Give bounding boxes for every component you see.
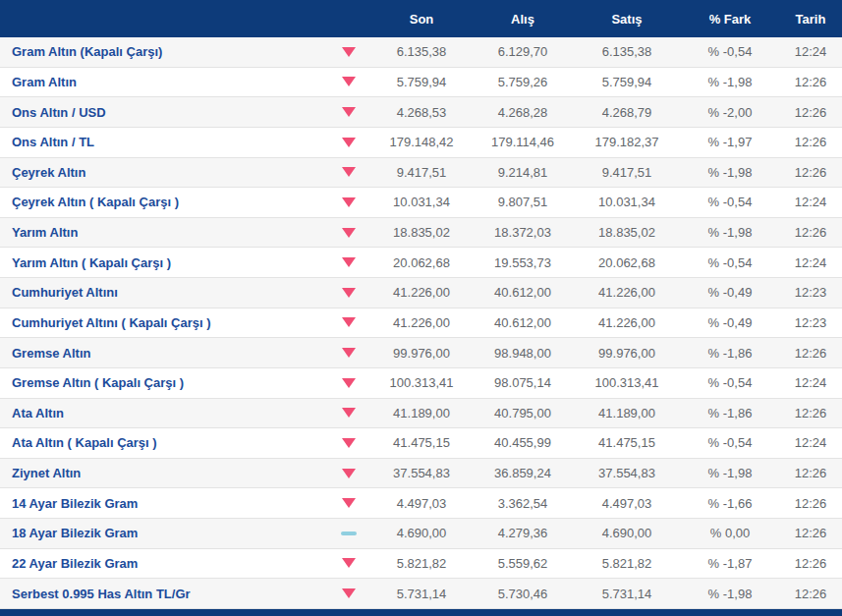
satis-value: 5.821,82: [573, 556, 681, 571]
satis-value: 4.268,79: [573, 105, 681, 120]
instrument-name-link[interactable]: Yarım Altın ( Kapalı Çarşı ): [0, 255, 327, 270]
fark-value: % -2,00: [681, 105, 779, 120]
tarih-value: 12:26: [779, 346, 842, 361]
direction-cell: [327, 438, 370, 448]
son-value: 100.313,41: [370, 375, 473, 390]
fark-value: % -1,66: [681, 496, 779, 511]
header-tarih: Tarih: [779, 12, 842, 27]
tarih-value: 12:24: [779, 375, 842, 390]
direction-cell: [327, 167, 370, 177]
fark-value: % -0,54: [681, 255, 779, 270]
table-body: Gram Altın (Kapalı Çarşı)6.135,386.129,7…: [0, 37, 842, 609]
satis-value: 4.497,03: [573, 496, 681, 511]
tarih-value: 12:26: [779, 75, 842, 89]
instrument-name-link[interactable]: Ata Altın: [0, 406, 327, 420]
table-row: Çeyrek Altın ( Kapalı Çarşı )10.031,349.…: [0, 188, 842, 218]
instrument-name-link[interactable]: Gram Altın (Kapalı Çarşı): [0, 44, 327, 59]
table-row: Çeyrek Altın9.417,519.214,819.417,51% -1…: [0, 158, 842, 189]
table-row: 14 Ayar Bilezik Gram4.497,033.362,544.49…: [0, 488, 842, 519]
instrument-name-link[interactable]: Yarım Altın: [0, 225, 327, 240]
instrument-name-link[interactable]: Çeyrek Altın: [0, 165, 327, 180]
tarih-value: 12:26: [779, 496, 842, 511]
fark-value: % -0,54: [681, 195, 779, 209]
price-down-triangle-icon: [342, 558, 356, 568]
price-down-triangle-icon: [342, 197, 356, 207]
tarih-value: 12:26: [779, 466, 842, 480]
son-value: 41.226,00: [370, 315, 473, 330]
price-flat-dash-icon: [341, 532, 357, 535]
tarih-value: 12:26: [779, 556, 842, 571]
table-row: Cumhuriyet Altını41.226,0040.612,0041.22…: [0, 278, 842, 308]
son-value: 18.835,02: [370, 225, 473, 240]
instrument-name-link[interactable]: Ziynet Altın: [0, 466, 327, 480]
instrument-name-link[interactable]: Ons Altın / TL: [0, 135, 327, 149]
direction-cell: [327, 288, 370, 298]
alis-value: 179.114,46: [473, 135, 573, 149]
son-value: 41.226,00: [370, 285, 473, 300]
table-row: Ata Altın41.189,0040.795,0041.189,00% -1…: [0, 399, 842, 429]
instrument-name-link[interactable]: 14 Ayar Bilezik Gram: [0, 496, 327, 511]
table-row: Ata Altın ( Kapalı Çarşı )41.475,1540.45…: [0, 428, 842, 459]
satis-value: 4.690,00: [573, 526, 681, 540]
direction-cell: [327, 469, 370, 478]
alis-value: 40.612,00: [473, 315, 573, 330]
fark-value: % -1,87: [681, 556, 779, 571]
direction-cell: [327, 197, 370, 207]
instrument-name-link[interactable]: Gram Altın: [0, 75, 327, 89]
instrument-name-link[interactable]: Gremse Altın: [0, 346, 327, 361]
tarih-value: 12:24: [779, 195, 842, 209]
fark-value: % -0,54: [681, 44, 779, 59]
gold-prices-table: Son Alış Satış % Fark Tarih Gram Altın (…: [0, 0, 842, 616]
son-value: 5.731,14: [370, 587, 473, 601]
table-row: Gram Altın (Kapalı Çarşı)6.135,386.129,7…: [0, 37, 842, 68]
alis-value: 4.279,36: [473, 526, 573, 540]
table-row: Ons Altın / TL179.148,42179.114,46179.18…: [0, 128, 842, 158]
table-row: Ziynet Altın37.554,8336.859,2437.554,83%…: [0, 459, 842, 489]
fark-value: % -0,49: [681, 285, 779, 300]
tarih-value: 12:26: [779, 526, 842, 540]
son-value: 4.690,00: [370, 526, 473, 540]
price-down-triangle-icon: [342, 167, 356, 177]
tarih-value: 12:24: [779, 255, 842, 270]
son-value: 10.031,34: [370, 195, 473, 209]
instrument-name-link[interactable]: Çeyrek Altın ( Kapalı Çarşı ): [0, 195, 327, 209]
direction-cell: [327, 532, 370, 535]
satis-value: 41.475,15: [573, 435, 681, 450]
direction-cell: [327, 77, 370, 86]
instrument-name-link[interactable]: Gremse Altın ( Kapalı Çarşı ): [0, 375, 327, 390]
price-down-triangle-icon: [342, 317, 356, 327]
table-row: Yarım Altın ( Kapalı Çarşı )20.062,6819.…: [0, 248, 842, 278]
son-value: 37.554,83: [370, 466, 473, 480]
instrument-name-link[interactable]: Ons Altın / USD: [0, 105, 327, 120]
satis-value: 9.417,51: [573, 165, 681, 180]
direction-cell: [327, 138, 370, 147]
fark-value: % -1,98: [681, 587, 779, 601]
instrument-name-link[interactable]: Cumhuriyet Altını: [0, 285, 327, 300]
table-row: Ons Altın / USD4.268,534.268,284.268,79%…: [0, 97, 842, 128]
direction-cell: [327, 107, 370, 117]
price-down-triangle-icon: [342, 228, 356, 238]
direction-cell: [327, 558, 370, 568]
tarih-value: 12:26: [779, 135, 842, 149]
satis-value: 37.554,83: [573, 466, 681, 480]
price-down-triangle-icon: [342, 257, 356, 267]
price-down-triangle-icon: [342, 408, 356, 418]
son-value: 179.148,42: [370, 135, 473, 149]
instrument-name-link[interactable]: Serbest 0.995 Has Altın TL/Gr: [0, 587, 327, 601]
instrument-name-link[interactable]: Ata Altın ( Kapalı Çarşı ): [0, 435, 327, 450]
instrument-name-link[interactable]: Cumhuriyet Altını ( Kapalı Çarşı ): [0, 315, 327, 330]
instrument-name-link[interactable]: 18 Ayar Bilezik Gram: [0, 526, 327, 540]
fark-value: % -0,54: [681, 435, 779, 450]
tarih-value: 12:26: [779, 105, 842, 120]
satis-value: 99.976,00: [573, 346, 681, 361]
footer-bar: [0, 609, 842, 616]
alis-value: 3.362,54: [473, 496, 573, 511]
fark-value: % -1,98: [681, 466, 779, 480]
tarih-value: 12:26: [779, 587, 842, 601]
tarih-value: 12:24: [779, 44, 842, 59]
son-value: 41.475,15: [370, 435, 473, 450]
price-down-triangle-icon: [342, 588, 356, 598]
alis-value: 9.214,81: [473, 165, 573, 180]
instrument-name-link[interactable]: 22 Ayar Bilezik Gram: [0, 556, 327, 571]
alis-value: 40.612,00: [473, 285, 573, 300]
